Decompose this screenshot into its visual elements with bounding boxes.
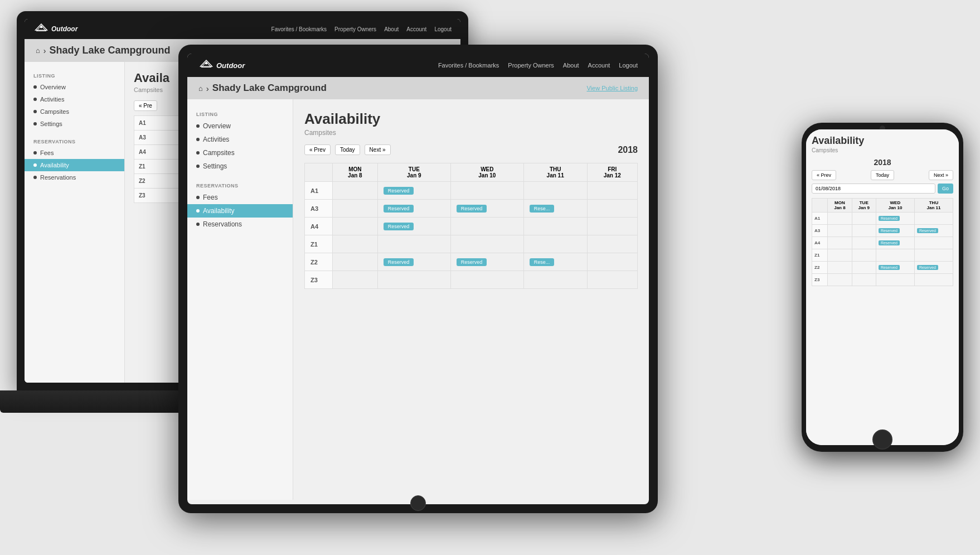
tablet-home-icon[interactable]: ⌂ — [198, 84, 203, 93]
laptop-logo: Outdoor — [33, 23, 77, 35]
tablet-reservations-label: Reservations — [187, 180, 293, 191]
nav-favorites[interactable]: Favorites / Bookmarks — [271, 26, 327, 32]
reserved-a3-thu[interactable]: Reserved — [457, 205, 487, 213]
home-icon[interactable]: ⌂ — [36, 46, 40, 55]
phone-header-tue: TUEJan 9 — [852, 199, 876, 213]
phone-table-header-empty — [812, 199, 828, 213]
phone-page-subtitle: Campsites — [812, 147, 953, 153]
reserved-a4-wed[interactable]: Reserved — [384, 223, 414, 230]
table-row-z2: Z2 — [305, 253, 333, 271]
tablet-body: Outdoor Favorites / Bookmarks Property O… — [178, 45, 658, 513]
sidebar-item-activities[interactable]: Activities — [25, 93, 124, 105]
phone-reserved-a4-wed[interactable]: Reserved — [879, 240, 900, 245]
breadcrumb-arrow: › — [43, 46, 46, 55]
tablet-prev-button[interactable]: « Prev — [304, 144, 331, 155]
phone-reserved-z2-wed[interactable]: Reserved — [879, 265, 900, 270]
table-header-mon: MONJan 8 — [333, 163, 378, 182]
tablet-sidebar-fees[interactable]: Fees — [187, 191, 293, 204]
phone-content: Availability Campsites 2018 « Prev Today… — [806, 129, 959, 445]
laptop-sidebar: Listing Overview Activities Campsites Se… — [25, 62, 125, 383]
phone-home-button[interactable] — [872, 429, 892, 450]
phone-header-wed: WEDJan 10 — [876, 199, 914, 213]
tablet-nav-logout[interactable]: Logout — [619, 62, 638, 69]
phone-row-a1: A1 — [812, 213, 828, 225]
nav-about[interactable]: About — [384, 26, 399, 32]
tablet-controls: « Prev Today Next » 2018 — [304, 144, 638, 155]
breadcrumb-page: Shady Lake Campground — [50, 45, 171, 56]
phone-next-button[interactable]: Next » — [929, 170, 953, 180]
phone-reserved-a1-wed[interactable]: Reserved — [879, 216, 900, 221]
laptop-nav-links: Favorites / Bookmarks Property Owners Ab… — [271, 26, 452, 32]
table-row-z3: Z3 — [305, 271, 333, 289]
svg-point-2 — [40, 26, 42, 28]
phone-row-a4: A4 — [812, 237, 828, 249]
table-header-wed: WEDJan 10 — [450, 163, 523, 182]
laptop-prev-button[interactable]: « Pre — [134, 100, 157, 111]
table-row-a3: A3 — [305, 200, 333, 218]
tablet-sidebar-settings[interactable]: Settings — [187, 160, 293, 173]
tablet-content: Listing Overview Activities Campsites Se… — [187, 99, 649, 500]
tablet-nav-links: Favorites / Bookmarks Property Owners Ab… — [438, 62, 638, 69]
tablet-sidebar-availability[interactable]: Availability — [187, 204, 293, 218]
tablet-home-button[interactable] — [410, 495, 426, 511]
table-row-z1: Z1 — [305, 235, 333, 253]
phone-date-input[interactable] — [812, 184, 935, 194]
reservations-section-label: Reservations — [25, 136, 124, 147]
table-header-tue: TUEJan 9 — [377, 163, 450, 182]
tablet-sidebar-campsites[interactable]: Campsites — [187, 146, 293, 160]
table-row-a4: A4 — [305, 218, 333, 235]
table-row-a1: A1 — [305, 182, 333, 200]
phone-reserved-z2-thu[interactable]: Reserved — [917, 265, 938, 270]
reserved-z2-fri[interactable]: Rese... — [530, 258, 555, 266]
nav-logout[interactable]: Logout — [434, 26, 452, 32]
tablet-sidebar-overview[interactable]: Overview — [187, 119, 293, 133]
sidebar-item-overview[interactable]: Overview — [25, 81, 124, 93]
phone-row-a3: A3 — [812, 225, 828, 237]
tablet-logo: Outdoor — [198, 59, 245, 71]
phone-device: Availability Campsites 2018 « Prev Today… — [802, 123, 963, 452]
phone-row-z2: Z2 — [812, 262, 828, 274]
phone-today-button[interactable]: Today — [871, 170, 894, 180]
phone-controls: « Prev Today Next » — [812, 170, 953, 180]
sidebar-item-campsites[interactable]: Campsites — [25, 105, 124, 118]
phone-header-thu: THUJan 11 — [914, 199, 953, 213]
tablet-main: Availability Campsites « Prev Today Next… — [293, 99, 649, 500]
sidebar-item-fees[interactable]: Fees — [25, 147, 124, 159]
sidebar-item-settings[interactable]: Settings — [25, 118, 124, 130]
phone-reserved-a3-wed[interactable]: Reserved — [879, 228, 900, 233]
tablet-listing-label: Listing — [187, 108, 293, 119]
tablet-nav-account[interactable]: Account — [588, 62, 610, 69]
tablet-breadcrumb-arrow: › — [206, 84, 209, 93]
phone-row-z3: Z3 — [812, 274, 828, 286]
tablet-nav-about[interactable]: About — [563, 62, 579, 69]
sidebar-item-availability[interactable]: Availability — [25, 159, 124, 171]
nav-account[interactable]: Account — [406, 26, 426, 32]
reserved-a1-wed[interactable]: Reserved — [384, 187, 414, 195]
phone-go-button[interactable]: Go — [938, 184, 953, 194]
phone-page-title: Availability — [812, 135, 953, 147]
reserved-z2-thu[interactable]: Reserved — [457, 258, 487, 266]
tablet-sidebar-reservations[interactable]: Reservations — [187, 218, 293, 231]
tablet-nav-favorites[interactable]: Favorites / Bookmarks — [438, 62, 499, 69]
table-header-thu: THUJan 11 — [523, 163, 587, 182]
tablet-next-button[interactable]: Next » — [365, 144, 391, 155]
tablet-navbar: Outdoor Favorites / Bookmarks Property O… — [187, 54, 649, 77]
table-header-fri: FRIJan 12 — [587, 163, 637, 182]
view-public-listing-link[interactable]: View Public Listing — [586, 85, 638, 91]
reserved-a3-wed[interactable]: Reserved — [384, 205, 414, 213]
phone-prev-button[interactable]: « Prev — [812, 170, 836, 180]
tablet-sidebar-activities[interactable]: Activities — [187, 133, 293, 146]
phone-header-mon: MONJan 8 — [828, 199, 852, 213]
reserved-z2-wed[interactable]: Reserved — [384, 258, 414, 266]
phone-reserved-a3-thu[interactable]: Reserved — [917, 228, 938, 233]
sidebar-item-reservations[interactable]: Reservations — [25, 171, 124, 184]
listing-section-label: Listing — [25, 70, 124, 81]
phone-screen: Availability Campsites 2018 « Prev Today… — [806, 129, 959, 445]
tablet-today-button[interactable]: Today — [335, 144, 360, 155]
tablet-nav-property-owners[interactable]: Property Owners — [508, 62, 554, 69]
nav-property-owners[interactable]: Property Owners — [334, 26, 376, 32]
tablet-availability-table: MONJan 8 TUEJan 9 WEDJan 10 THUJan 11 FR… — [304, 163, 638, 289]
tablet-page-subtitle: Campsites — [304, 129, 638, 137]
reserved-a3-fri[interactable]: Rese... — [530, 205, 555, 213]
tablet-breadcrumb-page: Shady Lake Campground — [212, 83, 327, 94]
